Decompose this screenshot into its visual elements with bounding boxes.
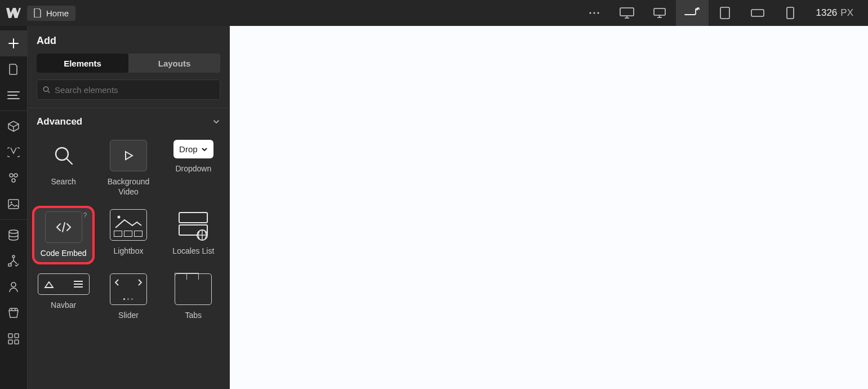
- search-icon: [43, 86, 50, 94]
- element-background-video[interactable]: Background Video: [97, 136, 159, 200]
- rail-navigator-icon[interactable]: [0, 82, 27, 108]
- section-title: Advanced: [37, 116, 82, 127]
- element-label: Locales List: [172, 246, 214, 257]
- viewport-width-unit: PX: [840, 7, 853, 19]
- svg-rect-6: [751, 10, 764, 16]
- dropdown-chip: Drop: [173, 140, 213, 158]
- page-chip[interactable]: Home: [27, 6, 75, 21]
- topbar-left: Home: [6, 5, 75, 21]
- tab-layouts[interactable]: Layouts: [128, 54, 220, 73]
- svg-rect-15: [8, 264, 11, 266]
- svg-rect-20: [15, 340, 19, 344]
- left-icon-rail: [0, 26, 28, 389]
- element-label: Slider: [118, 311, 139, 321]
- chevron-down-icon: [212, 118, 220, 126]
- breakpoint-custom-icon[interactable]: [676, 0, 709, 26]
- breakpoint-desktop-large-icon[interactable]: [611, 0, 643, 26]
- viewport-width-value: 1326: [816, 7, 837, 19]
- element-search[interactable]: Search: [32, 136, 95, 200]
- rail-logic-icon[interactable]: [0, 248, 27, 274]
- svg-point-16: [11, 282, 16, 287]
- svg-point-9: [14, 174, 17, 177]
- element-label: Lightbox: [114, 246, 144, 257]
- topbar-right: 1326 PX: [578, 0, 862, 26]
- element-locales-list[interactable]: Locales List: [162, 206, 225, 264]
- svg-point-21: [43, 87, 48, 91]
- element-navbar[interactable]: Navbar: [32, 270, 95, 324]
- rail-add-icon[interactable]: [0, 30, 27, 56]
- svg-point-0: [590, 12, 591, 14]
- svg-rect-18: [15, 334, 19, 338]
- svg-point-10: [12, 179, 15, 182]
- page-icon: [34, 8, 42, 17]
- svg-rect-17: [8, 334, 12, 338]
- rail-styles-icon[interactable]: [0, 165, 27, 191]
- add-panel: Add Elements Layouts Advanced Search: [28, 26, 230, 389]
- search-elements[interactable]: [37, 79, 220, 100]
- svg-point-13: [9, 230, 18, 233]
- rail-variables-icon[interactable]: [0, 139, 27, 165]
- rail-cms-icon[interactable]: [0, 222, 27, 248]
- svg-point-12: [11, 202, 12, 204]
- page-name: Home: [46, 8, 69, 18]
- topbar: Home 1326 PX: [0, 0, 868, 26]
- section-header-advanced[interactable]: Advanced: [28, 108, 229, 132]
- help-icon[interactable]: ?: [83, 211, 87, 219]
- breakpoint-mobile-portrait-icon[interactable]: [774, 0, 807, 26]
- bgvideo-icon: [110, 140, 147, 171]
- search-element-icon: [45, 140, 82, 171]
- rail-pages-icon[interactable]: [0, 56, 27, 82]
- svg-point-2: [598, 12, 599, 14]
- breakpoint-tablet-icon[interactable]: [709, 0, 741, 26]
- svg-point-22: [56, 148, 68, 160]
- svg-rect-7: [787, 7, 794, 19]
- element-label: Search: [51, 177, 75, 187]
- webflow-logo-icon[interactable]: [6, 5, 21, 21]
- rail-users-icon[interactable]: [0, 274, 27, 300]
- dropdown-chip-label: Drop: [179, 144, 198, 154]
- tabs-icon: [175, 273, 212, 305]
- lightbox-icon: [110, 209, 147, 241]
- element-slider[interactable]: Slider: [97, 270, 159, 324]
- element-label: Code Embed: [41, 249, 87, 259]
- code-embed-icon: [45, 211, 82, 243]
- element-label: Dropdown: [175, 164, 211, 174]
- svg-rect-4: [654, 8, 665, 15]
- svg-rect-19: [8, 340, 12, 344]
- panel-title: Add: [28, 26, 229, 54]
- rail-ecommerce-icon[interactable]: [0, 300, 27, 326]
- elements-grid: Search Background Video Drop Dropdown ?: [28, 132, 229, 333]
- more-menu-icon[interactable]: [578, 0, 611, 26]
- svg-rect-5: [720, 7, 729, 19]
- canvas[interactable]: [230, 26, 868, 389]
- main: Add Elements Layouts Advanced Search: [0, 26, 868, 389]
- navbar-icon: [38, 273, 90, 295]
- svg-rect-24: [179, 213, 207, 223]
- svg-rect-3: [620, 8, 634, 16]
- slider-icon: [110, 273, 147, 305]
- breakpoint-desktop-icon[interactable]: [643, 0, 676, 26]
- chevron-down-icon: [201, 146, 208, 153]
- element-label: Navbar: [51, 300, 76, 311]
- panel-tabs: Elements Layouts: [37, 54, 220, 73]
- element-label: Background Video: [98, 177, 158, 197]
- svg-rect-11: [8, 200, 19, 209]
- svg-point-14: [12, 255, 15, 258]
- svg-point-1: [594, 12, 595, 14]
- tab-elements[interactable]: Elements: [37, 54, 128, 73]
- viewport-readout[interactable]: 1326 PX: [807, 7, 862, 19]
- element-label: Tabs: [185, 311, 202, 321]
- svg-point-23: [117, 216, 120, 219]
- element-lightbox[interactable]: Lightbox: [97, 206, 159, 264]
- rail-apps-icon[interactable]: [0, 326, 27, 352]
- search-input[interactable]: [55, 85, 214, 95]
- element-tabs[interactable]: Tabs: [162, 270, 225, 324]
- element-dropdown[interactable]: Drop Dropdown: [162, 136, 225, 200]
- locales-list-icon: [175, 209, 212, 241]
- element-code-embed[interactable]: ? Code Embed: [32, 206, 95, 264]
- rail-assets-icon[interactable]: [0, 191, 27, 217]
- rail-components-icon[interactable]: [0, 113, 27, 139]
- breakpoint-mobile-landscape-icon[interactable]: [741, 0, 774, 26]
- svg-point-8: [10, 174, 13, 177]
